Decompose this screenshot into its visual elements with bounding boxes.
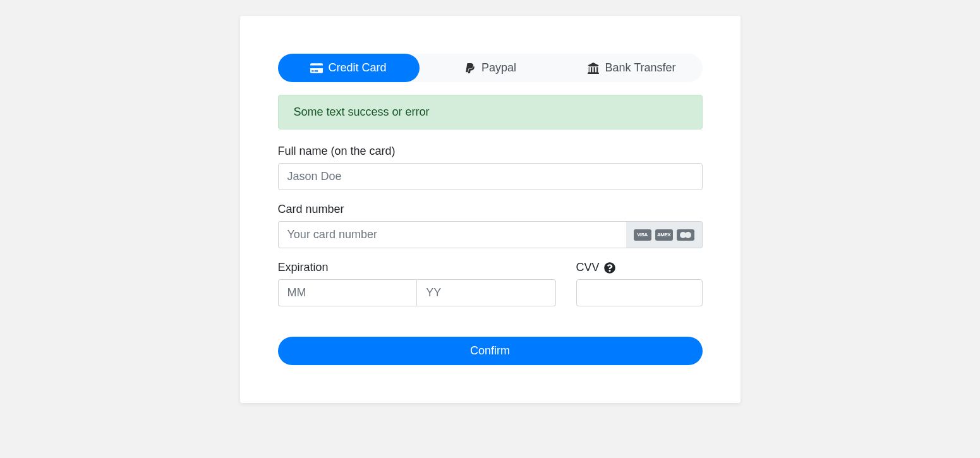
tab-label: Paypal <box>481 61 516 75</box>
mastercard-icon <box>677 229 694 241</box>
cardnumber-label: Card number <box>278 203 703 216</box>
tab-bank-transfer[interactable]: Bank Transfer <box>561 54 703 82</box>
cardnumber-group: Card number VISA AMEX <box>278 203 703 248</box>
cvv-input[interactable] <box>576 279 703 306</box>
bank-icon <box>587 63 600 74</box>
tab-paypal[interactable]: Paypal <box>420 54 561 82</box>
alert-text: Some text success or error <box>294 105 430 118</box>
expiration-inputs <box>278 279 556 306</box>
payment-form-card: Credit Card Paypal Bank Transfer Some te… <box>240 16 741 403</box>
expiration-label: Expiration <box>278 261 556 274</box>
tab-label: Bank Transfer <box>605 61 675 75</box>
cardnumber-input-group: VISA AMEX <box>278 221 703 248</box>
amex-icon: AMEX <box>655 229 673 241</box>
expiration-group: Expiration <box>278 261 556 306</box>
fullname-group: Full name (on the card) <box>278 145 703 190</box>
expiration-year-input[interactable] <box>416 279 555 306</box>
cvv-group: CVV <box>576 261 703 306</box>
paypal-icon <box>464 63 476 74</box>
visa-icon: VISA <box>634 229 651 241</box>
payment-method-tabs: Credit Card Paypal Bank Transfer <box>278 54 703 82</box>
card-brand-icons: VISA AMEX <box>626 221 703 248</box>
fullname-input[interactable] <box>278 163 703 190</box>
cardnumber-input[interactable] <box>278 221 626 248</box>
tab-label: Credit Card <box>328 61 386 75</box>
tab-credit-card[interactable]: Credit Card <box>278 54 420 82</box>
expiration-month-input[interactable] <box>278 279 417 306</box>
exp-cvv-row: Expiration CVV <box>278 261 703 319</box>
cvv-label-text: CVV <box>576 261 600 274</box>
cvv-label: CVV <box>576 261 703 274</box>
credit-card-icon <box>310 63 323 74</box>
question-circle-icon[interactable] <box>604 262 615 274</box>
confirm-button[interactable]: Confirm <box>278 337 703 365</box>
status-alert: Some text success or error <box>278 95 703 130</box>
fullname-label: Full name (on the card) <box>278 145 703 158</box>
